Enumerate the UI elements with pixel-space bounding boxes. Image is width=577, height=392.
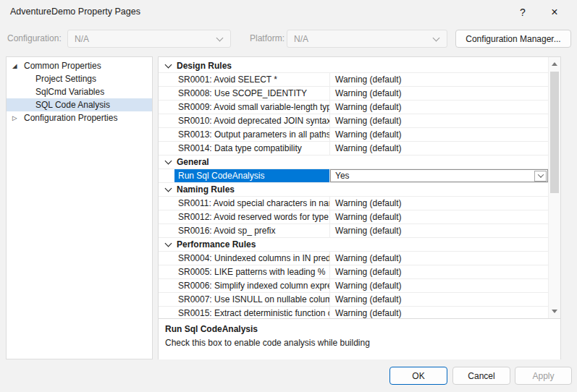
property-grid: Design RulesSR0001: Avoid SELECT *Warnin… bbox=[159, 57, 560, 318]
configuration-label: Configuration: bbox=[7, 33, 62, 43]
property-row[interactable]: SR0016: Avoid sp_ prefixWarning (default… bbox=[159, 224, 548, 238]
group-header[interactable]: Design Rules bbox=[159, 59, 548, 73]
property-row[interactable]: SR0005: LIKE patterns with leading %Warn… bbox=[159, 265, 548, 279]
help-icon[interactable]: ? bbox=[512, 3, 534, 22]
configuration-dropdown[interactable]: N/A bbox=[67, 30, 231, 48]
configuration-value: N/A bbox=[75, 34, 216, 44]
property-value[interactable]: Warning (default) bbox=[330, 279, 548, 292]
scroll-down-icon[interactable] bbox=[549, 306, 560, 317]
titlebar: AdventureDemo Property Pages ? × bbox=[0, 0, 577, 23]
tree-item-label: Configuration Properties bbox=[24, 113, 117, 123]
property-row[interactable]: Run Sql CodeAnalysisYes bbox=[159, 169, 548, 183]
apply-button[interactable]: Apply bbox=[515, 367, 572, 385]
property-name[interactable]: SR0015: Extract deterministic function c… bbox=[174, 307, 330, 318]
chevron-down-icon bbox=[433, 35, 440, 43]
property-name[interactable]: SR0001: Avoid SELECT * bbox=[174, 73, 330, 86]
property-value[interactable]: Warning (default) bbox=[330, 224, 548, 237]
grid-scrollbar[interactable] bbox=[548, 57, 560, 318]
property-value[interactable]: Warning (default) bbox=[330, 114, 548, 127]
property-row[interactable]: SR0008: Use SCOPE_IDENTITYWarning (defau… bbox=[159, 87, 548, 101]
tree-expanded-icon[interactable]: ◢ bbox=[12, 61, 17, 70]
group-name: Design Rules bbox=[177, 61, 232, 71]
chevron-down-icon[interactable] bbox=[165, 158, 172, 166]
property-value[interactable]: Warning (default) bbox=[330, 73, 548, 86]
property-value[interactable]: Warning (default) bbox=[330, 101, 548, 114]
property-grid-panel: Design RulesSR0001: Avoid SELECT *Warnin… bbox=[158, 56, 561, 359]
tree-item[interactable]: Project Settings bbox=[7, 72, 152, 85]
tree-item-label: Common Properties bbox=[24, 61, 101, 71]
platform-dropdown[interactable]: N/A bbox=[287, 30, 447, 48]
property-value[interactable]: Warning (default) bbox=[330, 293, 548, 306]
scroll-up-icon[interactable] bbox=[549, 59, 560, 69]
group-name: Performance Rules bbox=[177, 239, 256, 250]
dropdown-button[interactable] bbox=[534, 171, 547, 182]
properties-tree: ◢Common PropertiesProject SettingsSqlCmd… bbox=[6, 56, 153, 359]
tree-item-label: SqlCmd Variables bbox=[35, 87, 104, 97]
tree-item-label: SQL Code Analysis bbox=[35, 100, 110, 110]
group-header[interactable]: Naming Rules bbox=[159, 183, 548, 197]
tree-item[interactable]: ◢Common Properties bbox=[7, 59, 152, 72]
property-grid-rows: Design RulesSR0001: Avoid SELECT *Warnin… bbox=[159, 59, 548, 318]
ok-button[interactable]: OK bbox=[389, 367, 447, 385]
property-value[interactable]: Warning (default) bbox=[330, 265, 548, 278]
tree-item-label: Project Settings bbox=[35, 74, 96, 84]
tree-item[interactable]: ▷Configuration Properties bbox=[7, 111, 152, 124]
cancel-button[interactable]: Cancel bbox=[452, 367, 510, 385]
group-header[interactable]: Performance Rules bbox=[159, 238, 548, 252]
property-name[interactable]: SR0006: Simplify indexed column expres bbox=[174, 279, 330, 292]
property-row[interactable]: SR0006: Simplify indexed column expresWa… bbox=[159, 279, 548, 293]
property-value[interactable]: Warning (default) bbox=[330, 128, 548, 141]
property-value[interactable]: Warning (default) bbox=[330, 142, 548, 155]
group-name: Naming Rules bbox=[177, 184, 235, 195]
chevron-down-icon[interactable] bbox=[165, 186, 172, 193]
tree-collapsed-icon[interactable]: ▷ bbox=[12, 114, 17, 122]
group-header[interactable]: General bbox=[159, 155, 548, 169]
property-name[interactable]: SR0013: Output parameters in all paths bbox=[174, 128, 330, 141]
property-name[interactable]: SR0005: LIKE patterns with leading % bbox=[174, 265, 330, 278]
close-icon[interactable]: × bbox=[544, 3, 565, 22]
tree-item[interactable]: SqlCmd Variables bbox=[7, 85, 152, 98]
property-name[interactable]: Run Sql CodeAnalysis bbox=[174, 169, 330, 182]
property-pages-dialog: AdventureDemo Property Pages ? × Configu… bbox=[0, 0, 577, 392]
property-value[interactable]: Warning (default) bbox=[330, 252, 548, 265]
property-name[interactable]: SR0004: Unindexed columns in IN predic bbox=[174, 252, 330, 265]
property-row[interactable]: SR0012: Avoid reserved words for type nW… bbox=[159, 210, 548, 224]
scrollbar-thumb[interactable] bbox=[550, 72, 559, 193]
group-name: General bbox=[177, 157, 209, 167]
property-value-text: Yes bbox=[335, 171, 350, 181]
property-value[interactable]: Warning (default) bbox=[330, 307, 548, 318]
property-row[interactable]: SR0015: Extract deterministic function c… bbox=[159, 307, 548, 318]
description-title: Run Sql CodeAnalysis bbox=[165, 324, 554, 334]
description-panel: Run Sql CodeAnalysis Check this box to e… bbox=[159, 318, 560, 359]
chevron-down-icon bbox=[216, 35, 224, 43]
configuration-manager-button[interactable]: Configuration Manager... bbox=[455, 30, 571, 48]
platform-label: Platform: bbox=[250, 33, 285, 43]
property-name[interactable]: SR0007: Use ISNULL on nullable column bbox=[174, 293, 330, 306]
tree-item[interactable]: SQL Code Analysis bbox=[7, 98, 152, 111]
property-row[interactable]: SR0011: Avoid special characters in namW… bbox=[159, 197, 548, 210]
chevron-down-icon[interactable] bbox=[165, 62, 172, 69]
property-name[interactable]: SR0012: Avoid reserved words for type n bbox=[174, 210, 330, 223]
description-text: Check this box to enable code analysis w… bbox=[165, 338, 554, 348]
property-row[interactable]: SR0013: Output parameters in all pathsWa… bbox=[159, 128, 548, 142]
property-name[interactable]: SR0010: Avoid deprecated JOIN syntax bbox=[174, 114, 330, 127]
property-value[interactable]: Warning (default) bbox=[330, 197, 548, 210]
property-value[interactable]: Warning (default) bbox=[330, 210, 548, 223]
chevron-down-icon[interactable] bbox=[165, 241, 172, 248]
window-title: AdventureDemo Property Pages bbox=[10, 7, 140, 17]
property-row[interactable]: SR0007: Use ISNULL on nullable columnWar… bbox=[159, 293, 548, 307]
property-value[interactable]: Warning (default) bbox=[330, 87, 548, 100]
property-name[interactable]: SR0009: Avoid small variable-length typ bbox=[174, 101, 330, 114]
property-row[interactable]: SR0001: Avoid SELECT *Warning (default) bbox=[159, 73, 548, 87]
property-name[interactable]: SR0016: Avoid sp_ prefix bbox=[174, 224, 330, 237]
property-row[interactable]: SR0010: Avoid deprecated JOIN syntaxWarn… bbox=[159, 114, 548, 128]
property-name[interactable]: SR0014: Data type compatibility bbox=[174, 142, 330, 155]
property-value[interactable]: Yes bbox=[330, 169, 548, 182]
property-name[interactable]: SR0011: Avoid special characters in nam bbox=[174, 197, 330, 210]
platform-value: N/A bbox=[294, 34, 433, 44]
property-row[interactable]: SR0004: Unindexed columns in IN predicWa… bbox=[159, 252, 548, 265]
property-row[interactable]: SR0014: Data type compatibilityWarning (… bbox=[159, 142, 548, 155]
property-row[interactable]: SR0009: Avoid small variable-length typW… bbox=[159, 101, 548, 114]
property-name[interactable]: SR0008: Use SCOPE_IDENTITY bbox=[174, 87, 330, 100]
